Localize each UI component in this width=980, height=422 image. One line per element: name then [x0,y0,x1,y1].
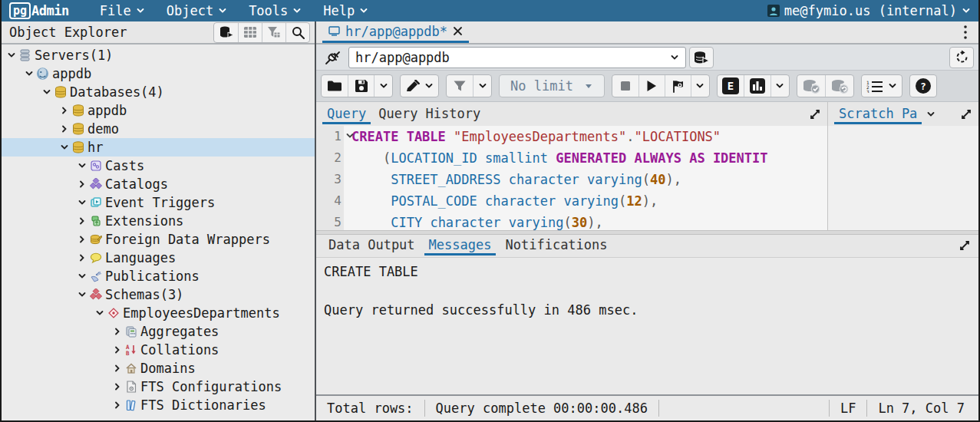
chevron-right-icon[interactable] [75,215,88,228]
tab-notifications[interactable]: Notifications [500,236,612,256]
menu-object[interactable]: Object [156,0,238,21]
chevron-down-icon [775,81,784,91]
save-menu-button[interactable] [374,75,392,97]
commit-button[interactable] [797,75,825,97]
code-text: CITY character varying(30), [344,212,603,230]
chevron-down-icon[interactable] [75,196,88,209]
tree-item-domains[interactable]: Domains [2,359,315,377]
tree-item-catalogs[interactable]: Catalogs [2,175,315,193]
tree-item-demo[interactable]: demo [2,120,315,138]
edit-menu-button[interactable] [401,75,438,97]
tree-item-collations[interactable]: ABCollations [2,341,315,359]
scratch-pad-tab[interactable]: Scratch Pa [834,104,922,124]
tree-item-languages[interactable]: Languages [2,249,315,267]
message-line: Query returned successfully in 486 msec. [324,301,971,320]
close-icon[interactable] [453,26,463,36]
chevron-down-icon[interactable] [93,307,106,320]
chevron-right-icon[interactable] [75,178,88,191]
explain-analyze-button[interactable] [744,75,770,97]
chevron-down-icon[interactable] [926,110,935,119]
database-icon [71,104,85,117]
tab-query-history[interactable]: Query History [374,104,485,124]
search-button[interactable] [285,23,309,42]
chevron-down-icon[interactable] [75,160,88,173]
tree-item-fts-configurations[interactable]: FTS Configurations [2,377,315,396]
filter-button[interactable] [447,75,473,97]
macros-menu-button[interactable]: 123 [862,75,902,97]
tree-item-appdb[interactable]: appdb [2,64,315,83]
collations-icon: AB [124,344,138,357]
sql-editor[interactable]: 1CREATE TABLE "EmployeesDepartments"."LO… [316,126,827,230]
expand-panel-icon[interactable] [809,108,821,120]
row-limit-value: No limit [510,78,573,94]
db-connect-button[interactable] [214,23,238,42]
tree-item-employeesdepartments[interactable]: EmployeesDepartments [2,304,315,322]
refresh-layout-button[interactable] [949,47,974,68]
chevron-right-icon[interactable] [58,104,71,117]
open-file-button[interactable] [322,75,348,97]
explain-button[interactable]: E [718,75,744,97]
chevron-down-icon[interactable] [5,49,18,62]
tree-item-databases-4-[interactable]: Databases(4) [2,83,315,101]
execute-button[interactable] [638,75,665,97]
chevron-right-icon[interactable] [111,399,124,412]
tab-messages[interactable]: Messages [424,236,497,256]
chevron-down-icon [424,81,434,91]
code-text: STREET_ADDRESS character varying(40), [344,169,681,190]
query-tool-tab[interactable]: hr/app@appdb* [322,21,469,43]
editor-line-3: 3 STREET_ADDRESS character varying(40), [316,169,827,190]
tree-item-fts-dictionaries[interactable]: FTS Dictionaries [2,396,315,414]
chevron-down-icon[interactable] [22,68,35,81]
stop-button[interactable] [612,75,638,97]
kebab-menu-icon[interactable] [952,21,978,43]
menu-help[interactable]: Help [312,0,379,21]
tab-query[interactable]: Query [322,104,371,124]
expand-panel-icon[interactable] [960,108,972,120]
chevron-right-icon[interactable] [75,233,88,246]
connection-select[interactable]: hr/app@appdb [348,47,686,68]
chevron-right-icon[interactable] [111,362,124,375]
connection-status-button[interactable] [321,47,345,68]
row-limit-select[interactable]: No limit [499,74,605,97]
execute-options-button[interactable] [665,75,691,97]
tree-item-casts[interactable]: Casts [2,157,315,175]
menu-file[interactable]: File [89,0,156,21]
tree-item-appdb[interactable]: appdb [2,101,315,120]
tree-item-label: hr [87,140,103,155]
chevron-right-icon[interactable] [111,325,124,338]
query-tool-tab-label: hr/app@appdb* [345,24,447,39]
tree-item-publications[interactable]: Publications [2,267,315,285]
tree-item-aggregates[interactable]: Aggregates [2,322,315,341]
user-menu[interactable]: me@fymio.us (internal) [767,3,971,18]
save-file-button[interactable] [348,75,374,97]
chevron-right-icon[interactable] [111,344,124,357]
chevron-right-icon[interactable] [58,123,71,136]
tree-item-hr[interactable]: hr [2,138,315,157]
chevron-right-icon[interactable] [75,252,88,265]
new-connection-button[interactable] [689,47,714,68]
tree-item-event-triggers[interactable]: Event Triggers [2,193,315,212]
expand-panel-icon[interactable] [959,239,971,252]
grid-button[interactable] [238,23,262,42]
execute-menu-button[interactable] [691,75,709,97]
chevron-down-icon[interactable] [40,86,53,99]
rollback-button[interactable] [825,75,853,97]
scratch-pad-body[interactable] [828,126,978,230]
help-button[interactable]: ? [910,75,936,97]
chevron-down-icon[interactable] [75,270,88,283]
filter-table-button[interactable] [262,23,285,42]
eol-indicator[interactable]: LF [829,400,866,417]
tree-item-label: Languages [105,250,176,265]
chevron-right-icon[interactable] [111,381,124,394]
fold-icon[interactable] [345,126,355,147]
chevron-down-icon[interactable] [75,288,88,302]
tree-item-servers-1-[interactable]: Servers(1) [2,46,315,64]
filter-menu-button[interactable] [473,75,491,97]
explain-menu-button[interactable] [770,75,789,97]
tree-item-schemas-3-[interactable]: Schemas(3) [2,285,315,304]
tree-item-foreign-data-wrappers[interactable]: Foreign Data Wrappers [2,230,315,249]
tree-item-extensions[interactable]: Extensions [2,212,315,230]
menu-tools[interactable]: Tools [238,0,312,21]
chevron-down-icon[interactable] [58,141,71,154]
tab-data-output[interactable]: Data Output [324,236,420,256]
